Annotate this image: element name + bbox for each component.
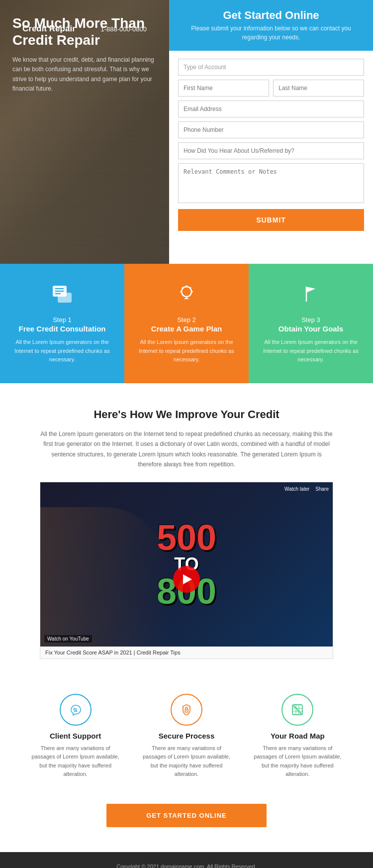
email-input[interactable] [178, 101, 364, 117]
svg-point-17 [186, 710, 187, 711]
step-3-number: Step 3 [301, 316, 320, 324]
watch-later-label[interactable]: Watch later [284, 486, 309, 492]
step-3-title: Obtain Your Goals [279, 325, 343, 333]
feature-1-desc: There are many variations of passages of… [30, 744, 121, 779]
improve-title: Here's How We Improve Your Credit [40, 408, 333, 421]
feature-2-desc: There are many variations of passages of… [141, 744, 232, 779]
step-2-box: Step 2 Create A Game Plan All the Lorem … [124, 264, 249, 383]
video-play-button[interactable] [173, 566, 200, 593]
improve-section: Here's How We Improve Your Credit All th… [0, 383, 373, 674]
form-header: Get Started Online Please submit your in… [169, 0, 373, 51]
steps-section: Step 1 Free Credit Consultation All the … [0, 264, 373, 383]
feature-client-support: Client Support There are many variations… [20, 694, 131, 779]
last-name-input[interactable] [273, 80, 364, 97]
step-1-title: Free Credit Consultation [18, 325, 105, 333]
video-placeholder[interactable]: 500 TO 800 Watch later Share Watch on Yo… [40, 482, 333, 647]
secure-process-icon-circle [171, 694, 202, 726]
phone-number: 1-888-000-0800 [100, 25, 147, 33]
features-section: Client Support There are many variations… [0, 674, 373, 794]
step-3-desc: All the Lorem Ipsum generators on the In… [258, 338, 364, 364]
video-person-bg [40, 507, 170, 647]
step-1-desc: All the Lorem Ipsum generators on the In… [9, 338, 115, 364]
step-2-number: Step 2 [177, 316, 196, 324]
step-1-icon [51, 283, 74, 310]
form-subtitle: Please submit your information below so … [179, 24, 363, 42]
hero-section: Credit Repair 1-888-000-0800 So Much Mor… [0, 0, 373, 264]
feature-3-title: Your Road Map [271, 732, 325, 740]
svg-line-10 [182, 287, 183, 288]
svg-point-15 [74, 708, 77, 711]
video-500-text: 500 [157, 520, 216, 555]
hero-left: Credit Repair 1-888-000-0800 So Much Mor… [0, 0, 169, 264]
client-support-icon-circle [60, 694, 92, 726]
svg-point-23 [293, 705, 295, 707]
video-container[interactable]: 500 TO 800 Watch later Share Watch on Yo… [40, 482, 333, 659]
phone-input[interactable] [178, 121, 364, 138]
step-3-box: Step 3 Obtain Your Goals All the Lorem I… [249, 264, 373, 383]
svg-line-9 [190, 287, 191, 288]
footer: Copyright © 2021 domainname.com. All Rig… [0, 852, 373, 868]
video-title-bar: Fix Your Credit Score ASAP in 2021 | Cre… [40, 647, 333, 658]
improve-desc: All the Lorem Ipsum generators on the In… [40, 429, 333, 470]
step-3-icon [299, 283, 322, 310]
feature-3-desc: There are many variations of passages of… [252, 744, 343, 779]
video-overlay-text: 500 TO 800 [157, 520, 216, 609]
feature-1-title: Client Support [50, 732, 101, 740]
feature-secure-process: Secure Process There are many variations… [131, 694, 242, 779]
comments-textarea[interactable] [178, 163, 364, 203]
feature-2-title: Secure Process [159, 732, 215, 740]
road-map-icon-circle [281, 694, 313, 726]
brand-name: Credit Repair [22, 24, 76, 34]
submit-button[interactable]: SUBMIT [178, 209, 364, 231]
hero-form-panel: Get Started Online Please submit your in… [169, 0, 373, 264]
first-name-input[interactable] [178, 80, 269, 97]
hero-subtext: We know that your credit, debt, and fina… [12, 55, 157, 94]
how-heard-input[interactable] [178, 142, 364, 159]
form-body: Type of Account SUBMIT [169, 51, 373, 264]
video-title-text: Fix Your Credit Score ASAP in 2021 | Cre… [45, 650, 181, 655]
hero-top-bar: Credit Repair 1-888-000-0800 [12, 15, 157, 43]
video-actions: Watch later Share [284, 486, 329, 492]
footer-copyright: Copyright © 2021 domainname.com. All Rig… [10, 862, 363, 868]
watch-on-youtube[interactable]: Watch on YouTube [44, 635, 92, 643]
step-1-number: Step 1 [53, 316, 72, 324]
step-2-desc: All the Lorem Ipsum generators on the In… [133, 338, 240, 364]
svg-point-24 [300, 712, 302, 714]
name-row [178, 80, 364, 97]
account-type-select[interactable]: Type of Account [178, 59, 364, 76]
step-2-title: Create A Game Plan [151, 325, 222, 333]
share-label[interactable]: Share [315, 486, 329, 492]
form-title: Get Started Online [179, 9, 363, 22]
feature-road-map: Your Road Map There are many variations … [242, 694, 353, 779]
cta-section: GET STARTED ONLINE [0, 794, 373, 852]
step-1-box: Step 1 Free Credit Consultation All the … [0, 264, 124, 383]
cta-button[interactable]: GET STARTED ONLINE [106, 804, 266, 827]
svg-marker-14 [306, 287, 315, 293]
step-2-icon [175, 283, 198, 310]
